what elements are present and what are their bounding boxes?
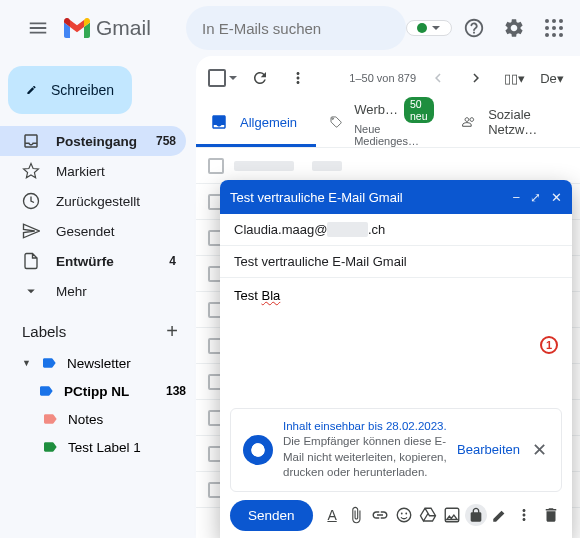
link-icon (371, 506, 389, 524)
settings-button[interactable] (496, 10, 532, 46)
close-button[interactable]: ✕ (551, 190, 562, 205)
sidebar-item-inbox[interactable]: Posteingang 758 (0, 126, 186, 156)
more-options-button[interactable] (514, 502, 535, 528)
sidebar-item-drafts[interactable]: Entwürfe 4 (0, 246, 186, 276)
svg-point-1 (552, 19, 556, 23)
confidential-close-button[interactable]: ✕ (530, 439, 549, 461)
sidebar-item-snoozed[interactable]: Zurückgestellt (0, 186, 186, 216)
annotation-marker: 1 (540, 336, 558, 354)
svg-point-5 (559, 26, 563, 30)
draft-icon (22, 252, 40, 270)
minimize-button[interactable]: − (512, 190, 520, 205)
gmail-logo[interactable]: Gmail (64, 16, 151, 40)
chevron-down-icon (431, 23, 441, 33)
main-menu-button[interactable] (16, 6, 60, 50)
row-checkbox[interactable] (208, 158, 224, 174)
prev-page-button[interactable] (422, 62, 454, 94)
confidential-title: Inhalt einsehbar bis 28.02.2023. (283, 419, 447, 435)
confidential-edit-button[interactable]: Bearbeiten (457, 442, 520, 457)
inbox-icon (210, 113, 228, 131)
compose-body[interactable]: Test Bla 1 (220, 278, 572, 408)
label-text: PCtipp NL (64, 384, 129, 399)
sidebar-item-label: Posteingang (56, 134, 137, 149)
sidebar-item-more[interactable]: Mehr (0, 276, 186, 306)
sidebar-item-sent[interactable]: Gesendet (0, 216, 186, 246)
more-button[interactable] (282, 62, 314, 94)
tab-social[interactable]: Soziale Netzw… (448, 100, 581, 147)
svg-point-6 (545, 33, 549, 37)
body-text: Test (234, 288, 261, 303)
add-label-button[interactable]: + (166, 320, 178, 343)
people-icon (462, 113, 477, 131)
sidebar: Schreiben Posteingang 758 Markiert Zurüc… (0, 56, 196, 538)
fullscreen-button[interactable]: ⤢ (530, 190, 541, 205)
image-icon (443, 506, 461, 524)
support-button[interactable] (456, 10, 492, 46)
confidential-icon (243, 435, 273, 465)
discard-button[interactable] (541, 502, 562, 528)
next-page-button[interactable] (460, 62, 492, 94)
signature-button[interactable] (490, 502, 511, 528)
attach-button[interactable] (346, 502, 367, 528)
image-button[interactable] (442, 502, 463, 528)
label-item-newsletter[interactable]: ▼ Newsletter (0, 349, 196, 377)
mail-row[interactable] (196, 148, 580, 184)
refresh-button[interactable] (244, 62, 276, 94)
label-item-notes[interactable]: Notes (0, 405, 196, 433)
svg-point-11 (401, 513, 403, 515)
more-vert-icon (289, 69, 307, 87)
to-redacted: xxxxx (327, 222, 368, 237)
search-input[interactable] (194, 20, 400, 37)
svg-point-4 (552, 26, 556, 30)
label-count: 138 (166, 384, 186, 398)
send-button[interactable]: Senden (230, 500, 313, 531)
tab-promotions[interactable]: Werb… 50 neu Neue Medienges… (316, 100, 448, 147)
compose-header[interactable]: Test vertrauliche E-Mail Gmail − ⤢ ✕ (220, 180, 572, 214)
svg-point-2 (559, 19, 563, 23)
search-bar[interactable] (186, 6, 406, 50)
gmail-icon (64, 18, 90, 38)
compose-subject-field[interactable]: Test vertrauliche E-Mail Gmail (220, 246, 572, 278)
labels-title: Labels (22, 323, 66, 340)
formatting-button[interactable]: A (322, 502, 343, 528)
pagination-text: 1–50 von 879 (349, 72, 416, 84)
label-icon (42, 411, 58, 427)
compose-button[interactable]: Schreiben (8, 66, 132, 114)
label-text: Notes (68, 412, 103, 427)
new-badge: 50 neu (404, 97, 434, 123)
trash-icon (542, 506, 560, 524)
select-all[interactable] (208, 69, 238, 87)
compose-to-field[interactable]: Claudia.maag@xxxxx.ch (220, 214, 572, 246)
confidential-mode-box: Inhalt einsehbar bis 28.02.2023. Die Emp… (230, 408, 562, 492)
link-button[interactable] (370, 502, 391, 528)
sidebar-item-count: 4 (169, 254, 176, 268)
apps-grid-icon (545, 19, 563, 37)
emoji-button[interactable] (394, 502, 415, 528)
sidebar-item-count: 758 (156, 134, 176, 148)
sidebar-item-starred[interactable]: Markiert (0, 156, 186, 186)
svg-point-8 (559, 33, 563, 37)
apps-button[interactable] (536, 10, 572, 46)
label-text: Newsletter (67, 356, 131, 371)
status-indicator[interactable] (406, 20, 452, 36)
sidebar-item-label: Markiert (56, 164, 105, 179)
to-prefix: Claudia.maag@ (234, 222, 327, 237)
tab-label: Werb… (354, 102, 398, 117)
expand-icon[interactable]: ▼ (22, 358, 31, 368)
confidential-toggle-button[interactable] (466, 502, 487, 528)
label-item-pctipp[interactable]: PCtipp NL 138 (0, 377, 196, 405)
tag-icon (330, 113, 342, 131)
input-tools-button[interactable]: De▾ (536, 62, 568, 94)
help-icon (463, 17, 485, 39)
compose-title: Test vertrauliche E-Mail Gmail (230, 190, 403, 205)
sidebar-item-label: Mehr (56, 284, 87, 299)
header: Gmail (0, 0, 580, 56)
gear-icon (503, 17, 525, 39)
body-misspell: Bla (261, 288, 280, 303)
density-button[interactable]: ▯▯▾ (498, 62, 530, 94)
drive-button[interactable] (418, 502, 439, 528)
tab-primary[interactable]: Allgemein (196, 100, 316, 147)
compose-toolbar: Senden A (220, 492, 572, 538)
label-item-testlabel1[interactable]: Test Label 1 (0, 433, 196, 461)
text-format-icon: A (327, 507, 336, 523)
